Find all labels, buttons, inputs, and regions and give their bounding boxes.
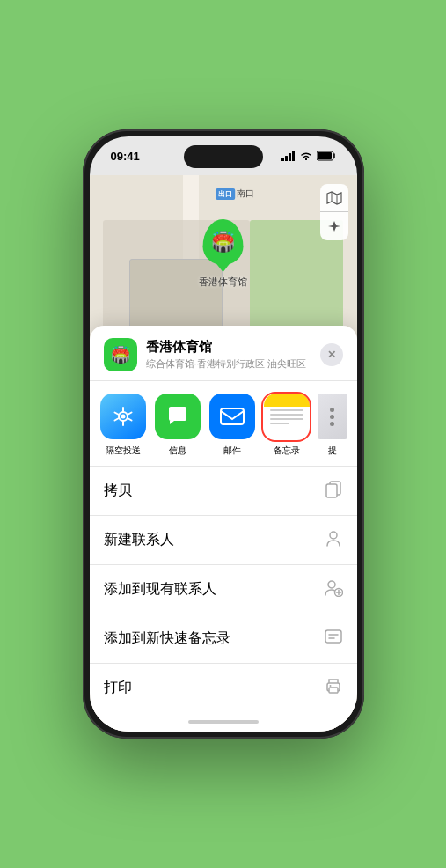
exit-name: 南口	[237, 188, 254, 200]
share-mail[interactable]: 邮件	[209, 394, 255, 457]
svg-point-4	[305, 158, 307, 160]
signal-icon	[281, 151, 296, 161]
airdrop-icon	[100, 394, 146, 439]
share-actions-row: 隔空投送 信息	[90, 381, 357, 467]
add-existing-label: 添加到现有联系人	[104, 580, 216, 599]
new-contact-label: 新建联系人	[104, 531, 174, 549]
print-svg	[324, 676, 343, 695]
svg-rect-0	[281, 158, 284, 161]
venue-info: 香港体育馆 综合体育馆·香港特别行政区 油尖旺区	[146, 339, 320, 371]
dynamic-island	[184, 145, 263, 168]
stadium-label: 香港体育馆	[199, 276, 247, 289]
venue-header: 🏟️ 香港体育馆 综合体育馆·香港特别行政区 油尖旺区 ✕	[90, 326, 357, 381]
notes-label: 备忘录	[274, 445, 300, 457]
copy-label: 拷贝	[104, 482, 132, 500]
svg-rect-2	[289, 153, 291, 161]
add-existing-svg	[324, 577, 343, 597]
svg-rect-19	[325, 630, 341, 643]
svg-rect-23	[329, 688, 338, 693]
svg-rect-3	[292, 151, 295, 161]
print-label: 打印	[104, 679, 132, 697]
mail-label: 邮件	[223, 445, 241, 457]
more-icon	[318, 394, 347, 439]
action-add-note[interactable]: 添加到新快速备忘录	[90, 614, 357, 664]
svg-point-15	[328, 581, 335, 588]
map-type-icon	[326, 190, 342, 206]
venue-icon: 🏟️	[104, 338, 137, 371]
status-icons	[281, 151, 336, 161]
svg-rect-13	[326, 484, 337, 497]
more-label: 提	[328, 445, 337, 457]
venue-desc: 综合体育馆·香港特别行政区 油尖旺区	[146, 357, 320, 371]
location-button[interactable]	[320, 212, 348, 240]
svg-point-24	[329, 685, 331, 687]
add-note-icon	[324, 627, 343, 651]
notes-icon-wrap	[264, 394, 310, 439]
venue-name: 香港体育馆	[146, 339, 320, 356]
location-icon	[327, 219, 341, 233]
messages-icon	[155, 394, 201, 439]
new-contact-icon	[324, 528, 343, 552]
share-more[interactable]: 提	[318, 394, 347, 457]
map-area: 出口 南口	[90, 175, 357, 732]
share-airdrop[interactable]: 隔空投送	[100, 394, 146, 457]
action-print[interactable]: 打印	[90, 664, 357, 712]
svg-rect-1	[285, 156, 288, 161]
status-time: 09:41	[111, 150, 140, 163]
stadium-marker[interactable]: 🏟️ 香港体育馆	[199, 219, 247, 289]
home-bar	[188, 720, 259, 724]
home-indicator	[90, 712, 357, 732]
copy-svg	[324, 479, 343, 498]
action-list: 拷贝 新建联系人	[90, 467, 357, 712]
svg-point-10	[121, 415, 125, 419]
copy-icon	[324, 479, 343, 503]
stadium-pin: 🏟️	[203, 219, 244, 265]
action-add-existing[interactable]: 添加到现有联系人	[90, 565, 357, 614]
svg-rect-6	[318, 152, 332, 159]
stadium-pin-icon: 🏟️	[211, 231, 235, 254]
add-note-label: 添加到新快速备忘录	[104, 629, 230, 648]
messages-label: 信息	[169, 445, 186, 457]
airdrop-label: 隔空投送	[106, 445, 141, 457]
add-existing-icon	[324, 577, 343, 601]
mail-icon	[209, 394, 255, 439]
map-controls	[320, 184, 348, 240]
share-messages[interactable]: 信息	[155, 394, 201, 457]
map-location-label: 出口 南口	[216, 188, 254, 200]
svg-rect-11	[221, 408, 244, 424]
bottom-sheet: 🏟️ 香港体育馆 综合体育馆·香港特别行政区 油尖旺区 ✕	[90, 326, 357, 732]
phone-screen: 09:41	[90, 136, 357, 732]
exit-label: 出口	[216, 188, 235, 200]
print-icon	[324, 676, 343, 700]
action-new-contact[interactable]: 新建联系人	[90, 516, 357, 565]
battery-icon	[317, 151, 336, 161]
add-note-svg	[324, 627, 343, 646]
airdrop-svg	[112, 405, 135, 428]
mail-svg	[219, 406, 245, 427]
phone-frame: 09:41	[83, 129, 364, 739]
action-copy[interactable]: 拷贝	[90, 467, 357, 516]
share-notes[interactable]: 备忘录	[264, 394, 310, 457]
wifi-icon	[299, 151, 313, 161]
svg-point-14	[330, 532, 337, 539]
map-type-button[interactable]	[320, 184, 348, 212]
messages-svg	[165, 405, 190, 428]
close-button[interactable]: ✕	[320, 343, 343, 366]
new-contact-svg	[324, 528, 343, 548]
